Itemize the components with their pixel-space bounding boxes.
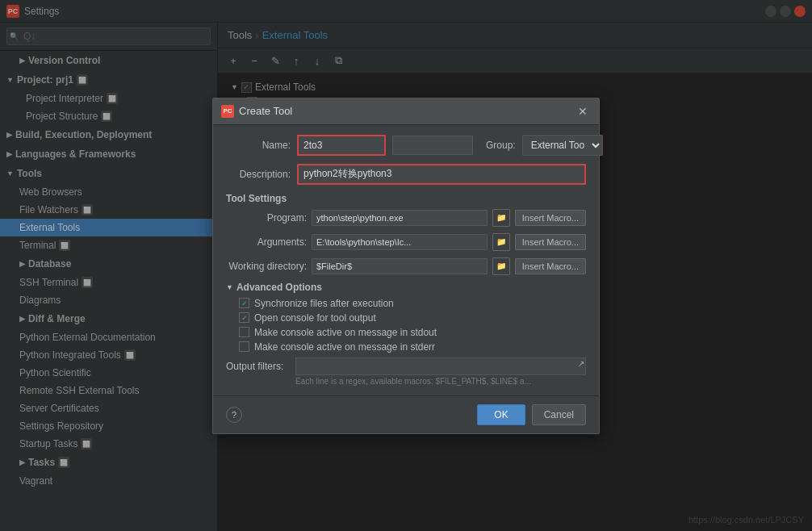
console-stdout-row: Make console active on message in stdout [239,327,586,338]
console-stderr-row: Make console active on message in stderr [239,341,586,353]
description-label: Description: [226,169,291,180]
working-dir-row: Working directory: 📁 Insert Macro... [226,257,586,275]
program-label: Program: [226,212,307,224]
working-dir-folder-button[interactable]: 📁 [492,257,510,275]
console-stdout-checkbox[interactable] [239,327,249,337]
arguments-label: Arguments: [226,236,307,248]
group-select[interactable]: External Tools [522,135,603,156]
advanced-options-section: ▼ Advanced Options Synchronize files aft… [226,282,586,353]
help-button[interactable]: ? [226,407,242,423]
sync-files-checkbox[interactable] [239,298,249,308]
program-row: Program: 📁 Insert Macro... [226,209,586,227]
advanced-options-body: Synchronize files after execution Open c… [226,298,586,353]
output-filters-label: Output filters: [226,361,291,372]
program-input[interactable] [312,210,488,226]
advanced-options-label: Advanced Options [236,282,322,293]
sync-files-row: Synchronize files after execution [239,298,586,309]
description-row: Description: [226,164,586,185]
description-input[interactable] [297,164,586,185]
output-filters-input[interactable] [295,357,586,375]
console-stdout-label: Make console active on message in stdout [254,327,437,338]
modal-app-icon: PC [221,105,234,118]
modal-header: PC Create Tool ✕ [213,98,599,125]
working-dir-label: Working directory: [226,261,307,272]
name-extra-input[interactable] [392,136,473,155]
modal-overlay: PC Create Tool ✕ Name: Group: External T… [0,0,812,531]
console-stderr-checkbox[interactable] [239,341,249,352]
create-tool-dialog: PC Create Tool ✕ Name: Group: External T… [212,98,600,434]
modal-title-area: PC Create Tool [221,105,292,118]
output-filters-row: Output filters: ↗ [226,357,586,375]
tool-settings-label: Tool Settings [226,193,586,204]
adv-chevron-icon: ▼ [226,283,233,291]
sync-files-label: Synchronize files after execution [254,298,394,309]
ok-button[interactable]: OK [477,404,525,425]
modal-close-button[interactable]: ✕ [575,103,591,119]
name-group-row: Name: Group: External Tools [226,135,586,156]
arguments-input[interactable] [312,234,488,250]
arguments-folder-button[interactable]: 📁 [492,233,510,251]
expand-filters-icon[interactable]: ↗ [578,359,584,368]
arguments-row: Arguments: 📁 Insert Macro... [226,233,586,251]
name-label: Name: [226,140,291,151]
arguments-insert-macro-button[interactable]: Insert Macro... [515,234,586,250]
modal-body: Name: Group: External Tools Description:… [213,125,599,395]
advanced-options-header[interactable]: ▼ Advanced Options [226,282,586,293]
name-input[interactable] [297,135,386,156]
modal-footer: ? OK Cancel [213,395,599,433]
open-console-label: Open console for tool output [254,312,376,324]
open-console-row: Open console for tool output [239,312,586,324]
program-folder-button[interactable]: 📁 [492,209,510,227]
footer-buttons: OK Cancel [477,404,586,425]
modal-title: Create Tool [239,105,292,117]
output-filters-hint: Each line is a regex, available macros: … [226,377,586,386]
console-stderr-label: Make console active on message in stderr [254,341,435,353]
group-label: Group: [486,140,516,151]
working-dir-insert-macro-button[interactable]: Insert Macro... [515,258,586,274]
program-insert-macro-button[interactable]: Insert Macro... [515,210,586,226]
open-console-checkbox[interactable] [239,312,249,323]
working-dir-input[interactable] [312,258,488,274]
cancel-button[interactable]: Cancel [532,404,586,425]
